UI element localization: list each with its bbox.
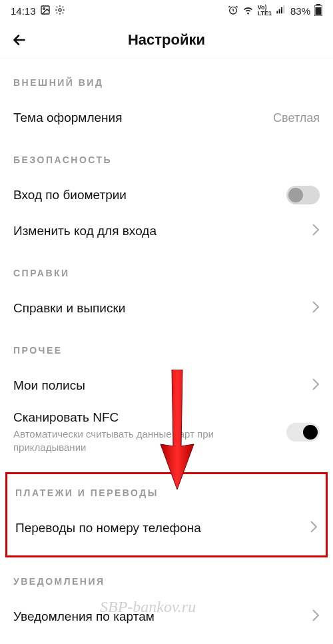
app-header: Настройки (0, 21, 333, 59)
volte-icon: Vo)LTE1 (258, 5, 272, 17)
section-payments: Платежи и переводы (15, 474, 318, 510)
alarm-icon (228, 5, 238, 17)
row-nfc[interactable]: Сканировать NFC Автоматически считывать … (13, 404, 320, 460)
svg-rect-6 (281, 7, 282, 13)
svg-point-1 (43, 7, 45, 9)
theme-value: Светлая (273, 111, 320, 125)
chevron-right-icon (312, 223, 320, 239)
signal-icon (276, 5, 286, 17)
highlighted-section: Платежи и переводы Переводы по номеру те… (5, 472, 328, 557)
nfc-label: Сканировать NFC (13, 410, 253, 425)
policies-label: Мои полисы (13, 378, 85, 393)
chevron-right-icon (310, 520, 318, 536)
battery-icon (314, 4, 322, 18)
wifi-icon (242, 4, 254, 17)
biometrics-toggle[interactable] (286, 186, 320, 204)
section-notifications: Уведомления (13, 557, 320, 599)
image-icon (40, 5, 51, 17)
svg-point-2 (59, 9, 61, 11)
nfc-toggle[interactable] (286, 423, 320, 442)
section-appearance: Внешний вид (13, 59, 320, 100)
row-theme[interactable]: Тема оформления Светлая (13, 100, 320, 136)
svg-rect-4 (276, 11, 278, 13)
theme-label: Тема оформления (13, 111, 122, 125)
settings-chip-icon (55, 5, 65, 17)
settings-content: Внешний вид Тема оформления Светлая Безо… (0, 59, 333, 635)
chevron-right-icon (312, 300, 320, 316)
biometrics-label: Вход по биометрии (13, 188, 127, 202)
section-other: Прочее (13, 326, 320, 368)
row-phone-transfers[interactable]: Переводы по номеру телефона (15, 510, 318, 546)
change-code-label: Изменить код для входа (13, 224, 157, 238)
row-biometrics[interactable]: Вход по биометрии (13, 177, 320, 213)
section-reference: Справки (13, 249, 320, 290)
row-change-code[interactable]: Изменить код для входа (13, 213, 320, 249)
section-security: Безопасность (13, 136, 320, 177)
nfc-sub: Автоматически считывать данные карт при … (13, 428, 253, 454)
status-bar: 14:13 Vo)LTE1 83% (0, 0, 333, 21)
arrow-left-icon (11, 31, 28, 49)
chevron-right-icon (312, 609, 320, 625)
svg-rect-5 (279, 9, 280, 13)
back-button[interactable] (11, 31, 29, 49)
status-right: Vo)LTE1 83% (228, 4, 322, 18)
phone-transfers-label: Переводы по номеру телефона (15, 521, 201, 535)
svg-rect-10 (316, 7, 322, 15)
svg-rect-7 (283, 5, 284, 13)
chevron-right-icon (312, 378, 320, 394)
battery-percent: 83% (290, 5, 310, 17)
card-notifications-label: Уведомления по картам (13, 609, 155, 624)
row-card-notifications[interactable]: Уведомления по картам (13, 599, 320, 635)
clock: 14:13 (11, 5, 36, 17)
row-statements[interactable]: Справки и выписки (13, 290, 320, 326)
page-title: Настройки (128, 31, 205, 49)
status-left: 14:13 (11, 5, 65, 17)
statements-label: Справки и выписки (13, 301, 125, 316)
row-policies[interactable]: Мои полисы (13, 368, 320, 404)
